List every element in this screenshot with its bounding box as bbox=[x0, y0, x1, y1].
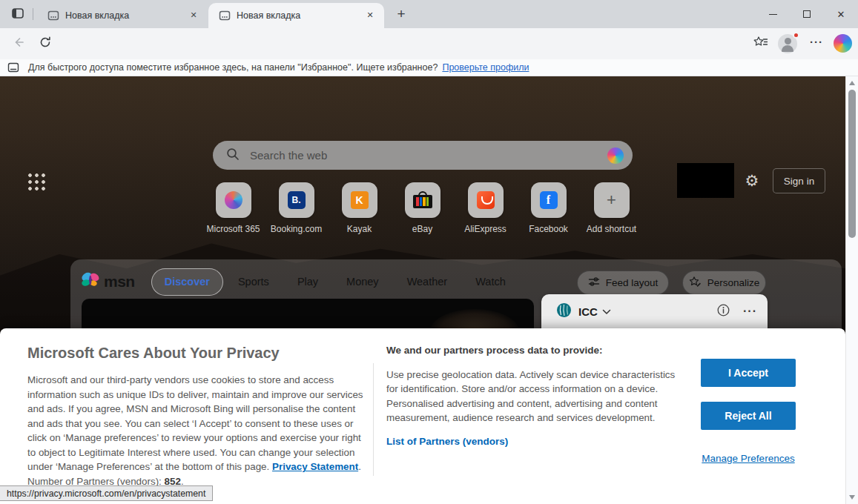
tab-title: Новая вкладка bbox=[237, 10, 363, 21]
page-scrollbar[interactable] bbox=[845, 76, 858, 504]
privacy-statement-link[interactable]: Privacy Statement bbox=[272, 461, 358, 472]
tile: + bbox=[594, 182, 630, 218]
tab-new-tab-1[interactable]: Новая вкладка ✕ bbox=[37, 3, 208, 28]
favorites-list-icon bbox=[753, 36, 768, 52]
notification-dot bbox=[793, 32, 799, 39]
copilot-search-icon[interactable] bbox=[607, 147, 624, 164]
back-button[interactable] bbox=[7, 33, 30, 54]
tab-money[interactable]: Money bbox=[346, 276, 379, 288]
tab-play[interactable]: Play bbox=[297, 276, 318, 288]
scroll-up-arrow[interactable] bbox=[849, 81, 855, 85]
status-url-tooltip: https://privacy.microsoft.com/en/privacy… bbox=[0, 485, 213, 501]
microsoft-365-icon bbox=[225, 191, 242, 209]
providers-body: Use precise geolocation data. Actively s… bbox=[386, 368, 677, 425]
close-icon: ✕ bbox=[837, 9, 845, 20]
tile: B. bbox=[279, 182, 314, 218]
tab-actions-button[interactable] bbox=[6, 5, 30, 24]
page-settings-gear-icon[interactable]: ⚙ bbox=[742, 171, 762, 190]
providers-heading: We and our partners process data to prov… bbox=[386, 345, 677, 356]
quick-link-label: AliExpress bbox=[464, 224, 506, 234]
favorites-bar-icon bbox=[7, 62, 19, 73]
tile bbox=[405, 182, 440, 218]
new-tab-page-icon bbox=[219, 10, 231, 21]
banner-left-column: Microsoft Cares About Your Privacy Micro… bbox=[27, 345, 365, 489]
refresh-icon bbox=[39, 36, 52, 52]
msn-nav: msn Discover Sports Play Money Weather W… bbox=[81, 265, 534, 298]
widget-menu-icon[interactable]: ··· bbox=[743, 305, 757, 318]
tile: K bbox=[342, 182, 377, 218]
quick-link-aliexpress[interactable]: AliExpress bbox=[454, 182, 517, 234]
ebay-icon bbox=[413, 191, 432, 209]
browser-window: Новая вкладка ✕ Новая вкладка ✕ + ✕ bbox=[0, 0, 858, 504]
minimize-button[interactable] bbox=[756, 0, 790, 28]
quick-link-label: Facebook bbox=[529, 224, 568, 234]
quick-link-facebook[interactable]: f Facebook bbox=[517, 182, 580, 234]
banner-body: Microsoft and our third-party vendors us… bbox=[27, 373, 365, 489]
personalize-button[interactable]: Personalize bbox=[682, 271, 766, 295]
favorites-bar-message: Для быстрого доступа поместите избранное… bbox=[28, 62, 438, 73]
add-shortcut-button[interactable]: + Add shortcut bbox=[580, 182, 643, 234]
chevron-down-icon[interactable] bbox=[602, 305, 611, 318]
close-button[interactable]: ✕ bbox=[824, 0, 858, 28]
search-icon bbox=[226, 147, 240, 164]
check-profiles-link[interactable]: Проверьте профили bbox=[442, 62, 529, 73]
reject-all-button[interactable]: Reject All bbox=[701, 402, 796, 430]
banner-buttons-column: I Accept Reject All Manage Preferences bbox=[701, 359, 796, 465]
tab-discover-active[interactable]: Discover bbox=[151, 268, 223, 296]
facebook-icon: f bbox=[540, 191, 558, 209]
feed-layout-button[interactable]: Feed layout bbox=[577, 271, 669, 295]
tab-watch[interactable]: Watch bbox=[475, 276, 506, 288]
privacy-consent-banner: Microsoft Cares About Your Privacy Micro… bbox=[0, 328, 845, 504]
tab-bar: Новая вкладка ✕ Новая вкладка ✕ + ✕ bbox=[0, 0, 858, 28]
tile bbox=[216, 182, 251, 218]
quick-link-ebay[interactable]: eBay bbox=[391, 182, 454, 234]
personalize-star-icon bbox=[689, 276, 702, 291]
personalize-label: Personalize bbox=[707, 277, 760, 288]
quick-link-kayak[interactable]: K Kayak bbox=[328, 182, 391, 234]
tab-close-icon[interactable]: ✕ bbox=[187, 9, 200, 22]
copilot-icon[interactable] bbox=[834, 34, 852, 53]
sign-in-button[interactable]: Sign in bbox=[773, 168, 825, 193]
app-launcher-grid-icon[interactable] bbox=[25, 170, 46, 191]
list-of-partners-link[interactable]: List of Partners (vendors) bbox=[386, 436, 508, 447]
banner-body-text: Microsoft and our third-party vendors us… bbox=[27, 374, 363, 472]
quick-link-label: eBay bbox=[412, 224, 432, 234]
favorites-list-button[interactable] bbox=[750, 33, 772, 54]
booking-icon: B. bbox=[288, 191, 306, 209]
minimize-icon bbox=[769, 14, 777, 15]
aliexpress-icon bbox=[477, 191, 495, 209]
tab-close-icon[interactable]: ✕ bbox=[363, 9, 377, 22]
msn-logo[interactable]: msn bbox=[81, 271, 135, 292]
back-arrow-icon bbox=[12, 36, 25, 52]
tab-separator bbox=[33, 8, 33, 20]
icc-widget-title: ICC bbox=[578, 305, 598, 318]
info-icon[interactable] bbox=[717, 304, 730, 319]
refresh-button[interactable] bbox=[34, 33, 56, 54]
tab-new-tab-2-active[interactable]: Новая вкладка ✕ bbox=[208, 3, 384, 28]
scroll-down-arrow[interactable] bbox=[849, 495, 855, 500]
accept-button[interactable]: I Accept bbox=[701, 359, 796, 387]
tab-weather[interactable]: Weather bbox=[407, 276, 448, 288]
workspaces-icon bbox=[11, 7, 24, 23]
icc-logo-icon bbox=[556, 302, 572, 321]
banner-title: Microsoft Cares About Your Privacy bbox=[27, 345, 365, 362]
kayak-icon: K bbox=[351, 191, 369, 209]
profile-avatar[interactable] bbox=[778, 34, 797, 53]
quick-link-label: Microsoft 365 bbox=[206, 224, 260, 234]
settings-menu-button[interactable]: ··· bbox=[805, 33, 828, 54]
maximize-button[interactable] bbox=[790, 0, 824, 28]
window-controls: ✕ bbox=[756, 0, 858, 28]
feed-layout-label: Feed layout bbox=[606, 277, 659, 288]
web-search-bar[interactable]: Search the web bbox=[213, 141, 633, 170]
tab-sports[interactable]: Sports bbox=[238, 276, 269, 288]
quick-link-label: Kayak bbox=[347, 224, 372, 234]
new-tab-button[interactable]: + bbox=[392, 6, 411, 24]
quick-link-microsoft-365[interactable]: Microsoft 365 bbox=[202, 182, 265, 234]
favorites-bar: Для быстрого доступа поместите избранное… bbox=[0, 59, 858, 76]
quick-link-booking[interactable]: B. Booking.com bbox=[265, 182, 328, 234]
banner-middle-column: We and our partners process data to prov… bbox=[386, 345, 677, 448]
tile: f bbox=[531, 182, 567, 218]
scrollbar-thumb[interactable] bbox=[848, 90, 856, 238]
quick-links-row: Microsoft 365 B. Booking.com K Kayak eBa… bbox=[202, 182, 643, 234]
manage-preferences-link[interactable]: Manage Preferences bbox=[702, 453, 794, 464]
